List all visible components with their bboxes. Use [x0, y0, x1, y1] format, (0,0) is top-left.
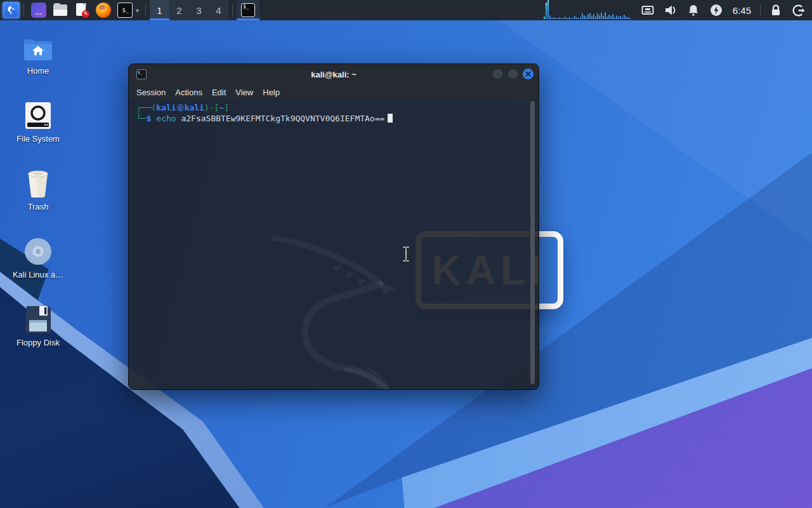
terminal-titlebar[interactable]: $_ kali@kali: ~: [129, 64, 539, 84]
workspace-1[interactable]: 1: [150, 0, 169, 20]
file-manager-icon[interactable]: [53, 3, 68, 18]
prompt-line-2: └─$ echo a2FsaSBBTEw9KEFMTCkgTk9QQVNTV0Q…: [136, 113, 539, 124]
workspace-switcher: 1 2 3 4: [150, 0, 228, 20]
lock-icon[interactable]: [769, 3, 783, 17]
panel-separator: [23, 4, 24, 17]
at-symbol: @: [177, 104, 184, 111]
desktop-icon-label: Kali Linux a…: [8, 270, 69, 279]
terminal-icon: $_: [241, 3, 255, 17]
panel-separator: [232, 4, 233, 17]
ibeam-cursor: [401, 245, 411, 263]
network-icon[interactable]: [641, 3, 655, 17]
desktop-icon-file-system[interactable]: File System: [8, 97, 69, 144]
desktop-icon-label: Floppy Disk: [8, 338, 69, 347]
logout-icon[interactable]: [792, 3, 806, 17]
close-button[interactable]: [523, 69, 534, 79]
power-manager-icon[interactable]: [709, 3, 723, 17]
menu-actions[interactable]: Actions: [175, 88, 202, 97]
desktop-icon-label: File System: [8, 134, 69, 144]
menu-edit[interactable]: Edit: [212, 88, 226, 97]
top-panel: ••• ✎ $_ ▾ 1 2 3 4 $_: [0, 0, 812, 20]
notifications-bell-icon[interactable]: [686, 3, 700, 17]
desktop-root: KALI Home File System: [0, 0, 812, 508]
chevron-down-icon[interactable]: ▾: [136, 7, 139, 14]
workspace-3[interactable]: 3: [189, 0, 209, 20]
kali-menu-button[interactable]: [3, 2, 20, 18]
desktop-icon-floppy[interactable]: Floppy Disk: [8, 301, 69, 347]
terminal-menubar: Session Actions Edit View Help: [129, 84, 539, 100]
close-icon: [525, 71, 531, 77]
panel-separator: [760, 4, 761, 17]
desktop-icon-label: Home: [8, 66, 69, 76]
volume-icon[interactable]: [664, 3, 678, 17]
desktop-icon-kali-cd[interactable]: Kali Linux a…: [8, 233, 69, 279]
clock[interactable]: 6:45: [733, 5, 751, 16]
taskbar-terminal-button[interactable]: $_: [237, 0, 259, 20]
floppy-disk-icon: [8, 301, 69, 334]
desktop-icon-label: Trash: [8, 202, 69, 211]
kali-dragon-watermark: [272, 201, 455, 390]
menu-help[interactable]: Help: [263, 88, 280, 97]
terminal-window-icon: $_: [136, 69, 147, 79]
command-argument: a2FsaSBBTEw9KEFMTCkgTk9QQVNTV0Q6IEFMTAo=: [181, 114, 379, 123]
maximize-button[interactable]: [508, 69, 518, 79]
workspace-2[interactable]: 2: [169, 0, 189, 20]
text-editor-icon[interactable]: ✎: [74, 3, 89, 18]
firefox-icon[interactable]: [96, 3, 111, 18]
menu-view[interactable]: View: [235, 88, 253, 97]
desktop-icon-trash[interactable]: Trash: [8, 165, 69, 211]
system-monitor[interactable]: [544, 0, 631, 20]
terminal-content[interactable]: ┌──(kali@kali)-[~] └─$ echo a2FsaSBBTEw9…: [129, 100, 539, 390]
minimize-button[interactable]: [492, 69, 503, 79]
window-title: kali@kali: ~: [129, 70, 539, 79]
terminal-launcher-icon[interactable]: $_: [117, 3, 133, 18]
desktop-icon-home[interactable]: Home: [8, 29, 69, 76]
trash-icon: [8, 165, 69, 198]
workspace-4[interactable]: 4: [209, 0, 228, 20]
terminal-window: $_ kali@kali: ~ Session Actions Edit Vie…: [128, 64, 539, 390]
kali-dragon-icon: [6, 4, 17, 16]
terminal-block-cursor: [388, 114, 393, 123]
command-text: echo: [156, 114, 176, 123]
cd-disc-icon: [8, 233, 69, 266]
app-launcher-icon[interactable]: •••: [31, 3, 46, 18]
home-folder-icon: [8, 29, 69, 62]
terminal-scrollbar[interactable]: [530, 101, 535, 384]
prompt-line-1: ┌──(kali@kali)-[~]: [136, 102, 539, 113]
menu-session[interactable]: Session: [136, 88, 166, 97]
panel-separator: [145, 4, 146, 17]
file-system-drive-icon: [8, 97, 69, 130]
